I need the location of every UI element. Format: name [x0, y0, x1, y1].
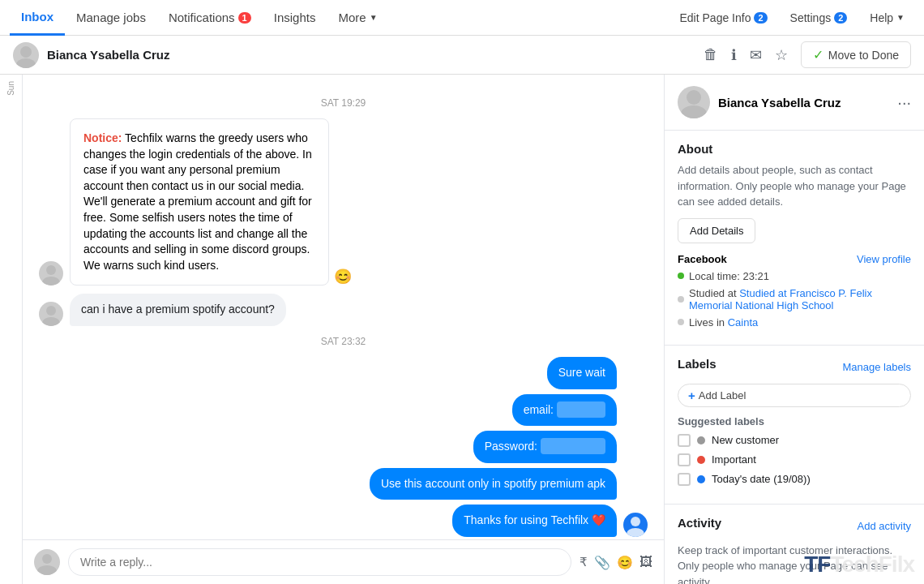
nav-edit-page-label: Edit Page Info	[680, 11, 751, 24]
label-dot-3	[697, 475, 705, 483]
add-details-button[interactable]: Add Details	[678, 218, 755, 243]
reply-input[interactable]	[68, 548, 571, 576]
top-nav: Inbox Manage jobs Notifications 1 Insigh…	[0, 0, 924, 36]
rp-avatar	[678, 86, 710, 118]
out-msg-2: email:	[524, 403, 554, 416]
rp-more-button[interactable]: ···	[897, 93, 911, 112]
about-desc: Add details about people, such as contac…	[678, 162, 911, 210]
label-checkbox-1[interactable]	[678, 434, 691, 447]
out-bubble-4: Use this account only in spotify premium…	[370, 468, 617, 500]
emoji-icon[interactable]: 😊	[617, 555, 633, 570]
notice-body: Techfilx warns the greedy users who chan…	[83, 131, 312, 272]
svg-point-10	[42, 554, 52, 564]
outgoing-bubbles: Sure wait email: Password: Use this acco…	[370, 357, 617, 537]
studied-link[interactable]: Studied at Francisco P. Felix Memorial N…	[689, 287, 872, 311]
notice-title: Notice:	[83, 131, 122, 144]
input-area: ₹ 📎 😊 🖼	[23, 539, 664, 584]
contact-name: Bianca Ysabella Cruz	[47, 48, 169, 62]
facebook-label: Facebook	[678, 253, 727, 265]
activity-title: Activity	[678, 516, 721, 530]
add-activity-link[interactable]: Add activity	[858, 520, 911, 532]
nav-inbox-label: Inbox	[21, 10, 53, 24]
svg-point-6	[631, 517, 640, 526]
nav-settings[interactable]: Settings 2	[781, 0, 858, 36]
out-bubble-5: Thanks for using Techfilx ❤️	[452, 505, 617, 537]
main: Sun SAT 19:29 Notice: Techfilx warns the…	[0, 75, 924, 584]
label-checkbox-3[interactable]	[678, 473, 691, 486]
out-bubble-3: Password:	[473, 431, 617, 463]
svg-point-2	[46, 265, 56, 275]
star-icon[interactable]: ☆	[775, 46, 788, 64]
info-icon[interactable]: ℹ	[731, 46, 737, 64]
nav-more[interactable]: More ▼	[327, 0, 388, 36]
check-icon: ✓	[813, 47, 823, 62]
nav-manage-jobs[interactable]: Manage jobs	[65, 0, 157, 36]
sub-header-actions: 🗑 ℹ ✉ ☆ ✓ Move to Done	[704, 41, 911, 68]
suggested-labels-title: Suggested labels	[678, 415, 911, 427]
delete-icon[interactable]: 🗑	[704, 46, 718, 63]
my-avatar	[34, 549, 60, 575]
activity-desc: Keep track of important customer interac…	[678, 543, 911, 585]
svg-point-5	[42, 317, 60, 326]
move-to-done-button[interactable]: ✓ Move to Done	[801, 41, 911, 68]
edit-page-badge: 2	[754, 12, 767, 24]
view-profile-link[interactable]: View profile	[857, 253, 911, 265]
labels-header: Labels Manage labels	[678, 357, 911, 377]
nav-inbox[interactable]: Inbox	[10, 0, 65, 36]
nav-insights[interactable]: Insights	[263, 0, 327, 36]
svg-point-0	[20, 46, 32, 58]
sub-header: Bianca Ysabella Cruz 🗑 ℹ ✉ ☆ ✓ Move to D…	[0, 36, 924, 75]
emoji-reaction-btn[interactable]: 😊	[334, 268, 352, 286]
about-title: About	[678, 142, 911, 156]
add-label-button[interactable]: + Add Label	[678, 384, 911, 407]
user-bubble-1: can i have a premium spotify account?	[70, 294, 286, 326]
facebook-row: Facebook View profile	[678, 253, 911, 265]
settings-badge: 2	[834, 12, 847, 24]
label-checkbox-2[interactable]	[678, 453, 691, 466]
label-name-1: New customer	[712, 434, 779, 446]
local-time: Local time: 23:21	[689, 270, 769, 282]
svg-point-12	[687, 90, 701, 105]
nav-notifications-label: Notifications	[169, 11, 235, 24]
label-item-1: New customer	[678, 434, 911, 447]
nav-right: Edit Page Info 2 Settings 2 Help ▼	[670, 0, 915, 36]
studied-dot	[678, 296, 684, 303]
message-row: Notice: Techfilx warns the greedy users …	[39, 118, 648, 286]
label-name-3: Today's date (19/08))	[712, 473, 811, 485]
nav-help[interactable]: Help ▼	[860, 0, 914, 36]
studied-row: Studied at Studied at Francisco P. Felix…	[678, 287, 911, 311]
suggested-labels: Suggested labels New customer Important …	[678, 415, 911, 486]
studied-text: Studied at Studied at Francisco P. Felix…	[689, 287, 911, 311]
online-dot	[678, 273, 684, 279]
message-row-out: Sure wait email: Password: Use this acco…	[39, 357, 648, 537]
nav-manage-jobs-label: Manage jobs	[76, 11, 146, 24]
messages: SAT 19:29 Notice: Techfilx warns the gre…	[23, 75, 664, 539]
notice-bubble: Notice: Techfilx warns the greedy users …	[70, 118, 329, 286]
day-label: Sun	[6, 81, 15, 96]
contact-avatar	[13, 42, 39, 68]
attach-icon[interactable]: 📎	[594, 555, 610, 570]
label-dot-1	[697, 436, 705, 444]
manage-labels-link[interactable]: Manage labels	[842, 361, 911, 373]
nav-edit-page[interactable]: Edit Page Info 2	[670, 0, 777, 36]
svg-point-4	[46, 306, 56, 316]
labels-section: Labels Manage labels + Add Label Suggest…	[665, 346, 924, 505]
out-msg-1: Sure wait	[558, 366, 605, 379]
email-icon[interactable]: ✉	[750, 46, 762, 64]
svg-point-13	[681, 105, 707, 118]
image-icon[interactable]: 🖼	[640, 555, 652, 569]
timestamp-2: SAT 23:32	[39, 336, 648, 347]
svg-point-1	[16, 58, 36, 68]
add-label-text: Add Label	[699, 389, 746, 402]
rupee-icon: ₹	[580, 555, 588, 569]
nav-notifications[interactable]: Notifications 1	[157, 0, 263, 36]
user-msg-1: can i have a premium spotify account?	[81, 303, 275, 316]
lives-link[interactable]: Cainta	[728, 316, 759, 328]
svg-point-11	[37, 565, 57, 575]
message-row: can i have a premium spotify account?	[39, 294, 648, 326]
svg-point-7	[627, 528, 644, 537]
plus-icon: +	[688, 389, 695, 402]
rp-name: Bianca Ysabella Cruz	[718, 96, 897, 110]
nav-more-label: More	[338, 11, 366, 24]
right-panel: Bianca Ysabella Cruz ··· About Add detai…	[665, 75, 924, 584]
